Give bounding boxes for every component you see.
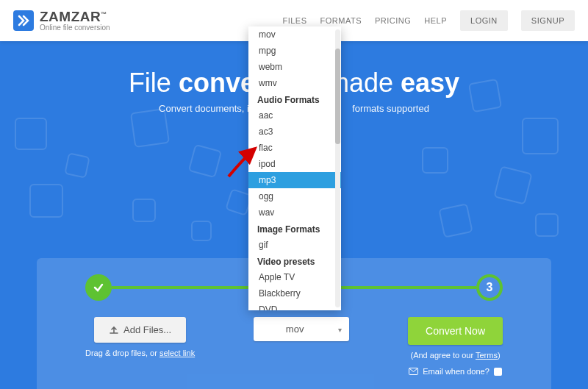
format-dropdown[interactable]: movmpgwebmwmvAudio Formatsaacac3flacipod… [248,26,341,310]
terms-link[interactable]: Terms [476,351,498,360]
format-select-value: mov [286,324,304,335]
dropdown-group-header: Audio Formats [248,91,341,107]
step-3: 3 [476,274,503,301]
nav-help[interactable]: HELP [424,16,447,25]
format-select[interactable]: mov [254,317,349,341]
email-when-done: Email when done? [409,367,502,376]
dropdown-scrollbar-thumb[interactable] [335,49,340,144]
email-checkbox[interactable] [494,368,502,376]
dropdown-option[interactable]: mov [248,26,341,43]
dropdown-group-header: Image Formats [248,221,341,237]
signup-button[interactable]: SIGNUP [521,10,575,31]
logo[interactable]: ZAMZAR™ Online file conversion [13,10,110,32]
step-1-done [85,274,112,301]
dropdown-group-header: Video presets [248,253,341,269]
drag-hint: Drag & drop files, or select link [85,349,195,357]
dropdown-option[interactable]: mp3 [248,172,341,188]
email-icon [409,368,418,375]
dropdown-option[interactable]: wav [248,204,341,221]
brand-name: ZAMZAR™ [40,10,110,24]
dropdown-option[interactable]: flac [248,140,341,156]
select-link[interactable]: select link [159,349,195,357]
nav-formats[interactable]: FORMATS [320,16,362,25]
dropdown-option[interactable]: gif [248,237,341,253]
email-label: Email when done? [423,367,490,376]
dropdown-option[interactable]: wmv [248,75,341,91]
dropdown-option[interactable]: Apple TV [248,269,341,285]
dropdown-option[interactable]: ipod [248,156,341,172]
dropdown-option[interactable]: ogg [248,188,341,204]
add-files-label: Add Files... [123,324,171,335]
dropdown-option[interactable]: mpg [248,43,341,59]
logo-icon [13,10,34,31]
add-files-button[interactable]: Add Files... [94,317,186,343]
dropdown-option[interactable]: aac [248,107,341,124]
dropdown-option[interactable]: ac3 [248,124,341,140]
dropdown-option[interactable]: webm [248,59,341,75]
convert-button[interactable]: Convert Now [408,317,503,345]
nav-pricing[interactable]: PRICING [375,16,411,25]
tagline: Online file conversion [40,24,110,32]
upload-icon [109,325,119,335]
nav-files[interactable]: FILES [282,16,306,25]
dropdown-option[interactable]: DVD [248,301,341,310]
login-button[interactable]: LOGIN [460,10,508,31]
dropdown-option[interactable]: Blackberry [248,285,341,301]
terms-text: (And agree to our Terms) [410,351,500,360]
